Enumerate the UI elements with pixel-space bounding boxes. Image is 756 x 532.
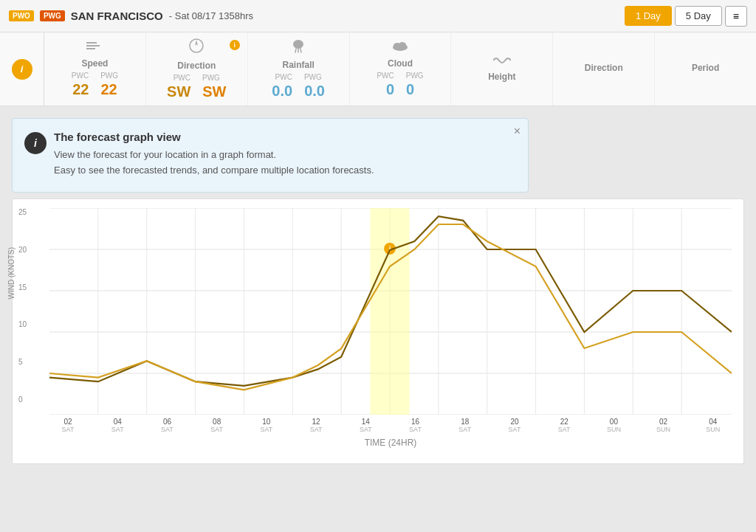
cloud-pwc-val: 0 <box>386 81 394 98</box>
time-label-08sat: 08SAT <box>199 418 236 433</box>
section-period: Period <box>655 32 756 106</box>
info-strip-icon-col: i <box>0 32 44 106</box>
y-tick-25: 25 <box>18 208 27 216</box>
time-label-04sat: 04SAT <box>99 418 136 433</box>
time-label-10sat: 10SAT <box>248 418 285 433</box>
btn-5day[interactable]: 5 Day <box>675 6 722 26</box>
time-label-06sat: 06SAT <box>148 418 185 433</box>
rainfall-pwg-val: 0.0 <box>304 83 325 100</box>
wave-icon <box>493 53 511 69</box>
time-label-22sat: 22SAT <box>546 418 583 433</box>
direction-pwg-label: PWG <box>202 74 220 82</box>
time-label-04sun: 04SUN <box>695 418 732 433</box>
logo-pwo: PWO <box>9 10 34 21</box>
section-height: Height <box>451 32 553 106</box>
direction-pwg-val: SW <box>202 83 226 100</box>
info-box-icon: i <box>24 132 47 154</box>
info-strip-icon: i <box>12 59 32 80</box>
period-label: Period <box>692 63 719 73</box>
info-strip: i Speed PWC PWG 22 22 i Direction <box>0 32 756 106</box>
time-highlight <box>370 208 409 415</box>
logo-pwg: PWG <box>40 10 65 21</box>
app-header: PWO PWG SAN FRANCISCO - Sat 08/17 1358hr… <box>0 0 756 32</box>
svg-point-5 <box>293 40 303 49</box>
rain-icon <box>292 38 305 57</box>
cloud-pwc-label: PWC <box>377 72 394 80</box>
time-label-00sun: 00SUN <box>595 418 632 433</box>
direction-wind-label: Direction <box>177 61 216 71</box>
direction-pwc-val: SW <box>167 83 190 100</box>
speed-pwg-val: 22 <box>100 81 117 98</box>
time-label-14sat: 14SAT <box>347 418 384 433</box>
rainfall-pwg-label: PWG <box>304 73 322 81</box>
speed-pwg-label: PWG <box>100 72 118 80</box>
x-axis-label: TIME (24HR) <box>49 438 732 448</box>
y-tick-15: 15 <box>18 283 27 291</box>
svg-marker-4 <box>195 40 198 46</box>
time-labels-row: 02SAT 04SAT 06SAT 08SAT 10SAT 12SAT 14SA… <box>49 418 732 433</box>
cloud-pwg-val: 0 <box>406 81 414 98</box>
svg-point-11 <box>399 42 406 48</box>
svg-line-8 <box>300 49 301 52</box>
section-cloud: Cloud PWC PWG 0 0 <box>350 32 452 106</box>
speed-pwc-val: 22 <box>72 81 89 98</box>
section-group: Speed PWC PWG 22 22 i Direction PWC PWG … <box>44 32 756 106</box>
info-box-title: The forecast graph view <box>54 131 513 143</box>
y-tick-10: 10 <box>18 320 27 328</box>
forecast-info-box: i × The forecast graph view View the for… <box>12 118 529 193</box>
section-direction-wind: i Direction PWC PWG SW SW <box>146 32 248 106</box>
chart-svg: i <box>49 208 732 415</box>
svg-line-6 <box>295 49 296 52</box>
direction-pwc-label: PWC <box>173 74 190 82</box>
cloud-icon <box>391 40 409 55</box>
wave-direction-label: Direction <box>585 63 623 73</box>
height-label: Height <box>488 72 515 82</box>
info-box-line2: Easy to see the forecasted trends, and c… <box>54 165 513 176</box>
section-speed: Speed PWC PWG 22 22 <box>44 32 146 106</box>
y-tick-20: 20 <box>18 246 27 254</box>
header-right: 1 Day 5 Day ≡ <box>625 6 747 27</box>
direction-notif: i <box>230 40 240 50</box>
date-text: - Sat 08/17 1358hrs <box>169 10 253 21</box>
header-left: PWO PWG SAN FRANCISCO - Sat 08/17 1358hr… <box>9 10 253 22</box>
cloud-label: Cloud <box>388 58 413 69</box>
location-title: SAN FRANCISCO <box>71 10 163 22</box>
menu-button[interactable]: ≡ <box>725 6 747 27</box>
rainfall-pwc-val: 0.0 <box>272 83 292 100</box>
time-label-16sat: 16SAT <box>397 418 434 433</box>
cloud-pwg-label: PWG <box>406 72 424 80</box>
wind-icon <box>86 40 103 55</box>
speed-pwc-label: PWC <box>72 72 89 80</box>
info-box-close-button[interactable]: × <box>514 125 520 138</box>
y-tick-0: 0 <box>18 395 27 404</box>
y-axis-label: WIND (KNOTS) <box>7 247 16 300</box>
time-label-12sat: 12SAT <box>298 418 334 433</box>
time-label-02sun: 02SUN <box>645 418 682 433</box>
compass-icon <box>188 38 205 58</box>
time-label-18sat: 18SAT <box>447 418 484 433</box>
time-label-02sat: 02SAT <box>49 418 86 433</box>
btn-1day[interactable]: 1 Day <box>625 6 672 26</box>
y-tick-5: 5 <box>18 358 27 366</box>
rainfall-label: Rainfall <box>282 60 314 70</box>
time-label-20sat: 20SAT <box>496 418 533 433</box>
rainfall-pwc-label: PWC <box>275 73 292 81</box>
section-rainfall: Rainfall PWC PWG 0.0 0.0 <box>248 32 350 106</box>
speed-label: Speed <box>81 58 108 69</box>
info-box-line1: View the forecast for your location in a… <box>54 149 513 160</box>
section-wave-direction: Direction <box>553 32 655 106</box>
wind-chart: WIND (KNOTS) 0 5 10 15 20 25 i <box>12 198 744 464</box>
